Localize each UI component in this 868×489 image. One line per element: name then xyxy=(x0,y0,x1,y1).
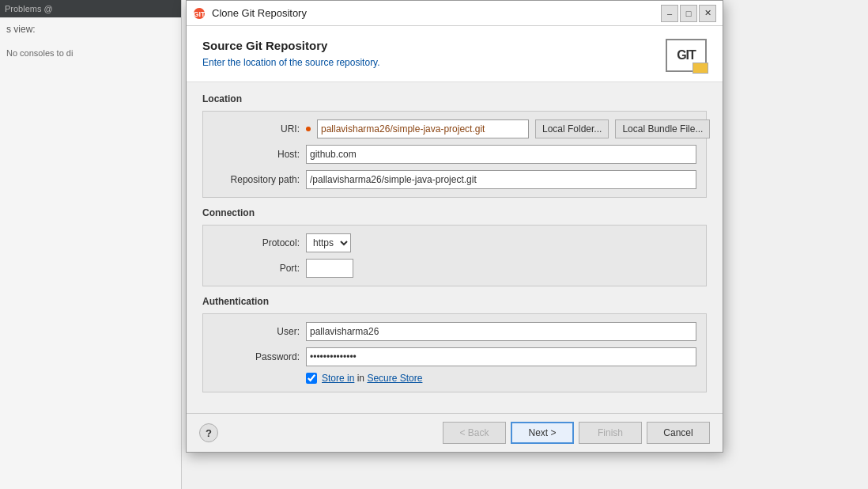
location-section: URI: Local Folder... Local Bundle File..… xyxy=(202,111,707,198)
password-row: Password: xyxy=(213,347,696,366)
protocol-label: Protocol: xyxy=(213,237,300,248)
footer-right: < Back Next > Finish Cancel xyxy=(443,422,710,444)
dialog-footer: ? < Back Next > Finish Cancel xyxy=(187,413,723,452)
auth-section-label: Authentication xyxy=(202,296,707,307)
local-bundle-button[interactable]: Local Bundle File... xyxy=(615,119,710,138)
dialog-header-text: Source Git Repository Enter the location… xyxy=(202,39,380,68)
protocol-row: Protocol: https http git ssh xyxy=(213,233,696,252)
authentication-section: User: Password: Store in in Secure Store xyxy=(202,313,707,392)
footer-left: ? xyxy=(199,423,218,442)
dialog-section-subtitle: Enter the location of the source reposit… xyxy=(202,57,380,68)
uri-input[interactable] xyxy=(317,119,529,138)
dialog-header: Source Git Repository Enter the location… xyxy=(187,26,723,82)
port-input[interactable] xyxy=(306,259,353,278)
password-label: Password: xyxy=(213,351,300,362)
port-row: Port: xyxy=(213,259,696,278)
port-label: Port: xyxy=(213,263,300,274)
dialog-body: Location URI: Local Folder... Local Bund… xyxy=(187,82,723,413)
clone-git-dialog: GIT Clone Git Repository – □ ✕ Source Gi… xyxy=(186,0,723,453)
uri-dot-indicator xyxy=(306,127,311,131)
minimize-button[interactable]: – xyxy=(661,5,678,22)
connection-section: Protocol: https http git ssh Port: xyxy=(202,225,707,286)
host-row: Host: xyxy=(213,145,696,164)
next-button[interactable]: Next > xyxy=(511,422,574,444)
uri-field-wrapper xyxy=(306,119,529,138)
git-title-icon: GIT xyxy=(193,7,206,20)
uri-row: URI: Local Folder... Local Bundle File..… xyxy=(213,119,696,138)
connection-section-label: Connection xyxy=(202,207,707,218)
cancel-button[interactable]: Cancel xyxy=(647,422,710,444)
user-row: User: xyxy=(213,322,696,341)
git-logo-badge xyxy=(693,63,708,74)
git-logo-text: GIT xyxy=(677,48,696,63)
repo-path-row: Repository path: xyxy=(213,170,696,189)
maximize-button[interactable]: □ xyxy=(680,5,697,22)
local-folder-button[interactable]: Local Folder... xyxy=(535,119,609,138)
dialog-section-title: Source Git Repository xyxy=(202,39,380,52)
user-label: User: xyxy=(213,326,300,337)
dialog-titlebar: GIT Clone Git Repository – □ ✕ xyxy=(187,1,723,26)
help-button[interactable]: ? xyxy=(199,423,218,442)
store-checkbox-row: Store in in Secure Store xyxy=(306,373,696,384)
host-label: Host: xyxy=(213,149,300,160)
password-input[interactable] xyxy=(306,347,696,366)
svg-text:GIT: GIT xyxy=(194,10,206,18)
titlebar-controls: – □ ✕ xyxy=(661,5,716,22)
finish-button[interactable]: Finish xyxy=(579,422,642,444)
protocol-select[interactable]: https http git ssh xyxy=(306,233,351,252)
secure-store-label[interactable]: Store in in Secure Store xyxy=(322,373,422,384)
close-button[interactable]: ✕ xyxy=(699,5,716,22)
repo-path-input[interactable] xyxy=(306,170,696,189)
host-input[interactable] xyxy=(306,145,696,164)
secure-store-checkbox[interactable] xyxy=(306,373,317,384)
dialog-overlay: GIT Clone Git Repository – □ ✕ Source Gi… xyxy=(0,0,868,489)
user-input[interactable] xyxy=(306,322,696,341)
repo-path-label: Repository path: xyxy=(213,174,300,185)
git-logo: GIT xyxy=(666,39,707,72)
dialog-title: Clone Git Repository xyxy=(212,7,655,19)
back-button[interactable]: < Back xyxy=(443,422,506,444)
location-section-label: Location xyxy=(202,93,707,104)
uri-label: URI: xyxy=(213,123,300,135)
